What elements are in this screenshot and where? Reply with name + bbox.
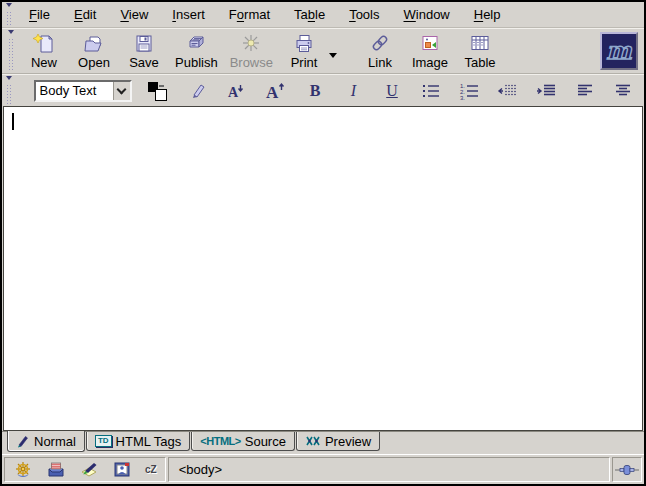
menubar-items: FileEditViewInsertFormatTableToolsWindow…: [17, 5, 513, 24]
td-tag-icon: TD: [95, 435, 112, 447]
grippy-collapse-icon: [6, 76, 12, 83]
menu-format[interactable]: Format: [221, 5, 278, 24]
component-bar: cZ: [4, 457, 166, 482]
menu-window[interactable]: Window: [396, 5, 458, 24]
text-caret: [12, 113, 14, 130]
menubar-grippy[interactable]: [4, 2, 14, 27]
save-button[interactable]: Save: [119, 32, 169, 71]
menu-insert[interactable]: Insert: [164, 5, 213, 24]
svg-text:3.: 3.: [460, 95, 465, 100]
svg-text:A: A: [228, 85, 239, 100]
html-source-icon: <HTML>: [200, 435, 240, 447]
element-path-panel[interactable]: <body>: [168, 457, 610, 482]
increase-font-size-button[interactable]: A: [264, 79, 288, 103]
open-folder-icon: [81, 33, 107, 55]
menu-view[interactable]: View: [112, 5, 156, 24]
browse-button-label: Browse: [230, 55, 273, 70]
mozilla-logo-button[interactable]: m: [600, 32, 638, 70]
link-icon: [367, 33, 393, 55]
decrease-font-size-button[interactable]: A: [225, 79, 247, 103]
chatzilla-icon[interactable]: cZ: [145, 464, 157, 475]
menu-help[interactable]: Help: [466, 5, 509, 24]
text-color-picker[interactable]: [148, 81, 170, 101]
menu-table[interactable]: Table: [286, 5, 333, 24]
paragraph-style-dropdown-button[interactable]: [113, 82, 130, 100]
color-picker-dash-icon: [159, 85, 164, 87]
menu-tools[interactable]: Tools: [341, 5, 387, 24]
link-button[interactable]: Link: [355, 32, 405, 71]
statusbar: cZ <body>: [2, 454, 644, 484]
publish-button[interactable]: Publish: [169, 32, 224, 71]
bulleted-list-icon: [420, 82, 442, 100]
image-button[interactable]: Image: [405, 32, 455, 71]
bold-button[interactable]: B: [304, 79, 326, 103]
menu-file[interactable]: File: [21, 5, 58, 24]
toolbar-grippy[interactable]: [6, 29, 16, 73]
chevron-down-icon: [117, 84, 127, 94]
new-page-icon: [31, 33, 57, 55]
tab-normal-label: Normal: [34, 434, 76, 449]
background-color-swatch[interactable]: [155, 89, 167, 101]
numbered-list-button[interactable]: 1.2.3.: [458, 79, 480, 103]
save-button-label: Save: [129, 55, 159, 70]
publish-icon: [183, 33, 209, 55]
align-left-icon: [575, 82, 595, 100]
online-status-panel[interactable]: [612, 457, 642, 482]
tab-source-label: Source: [245, 434, 286, 449]
grippy-dots-icon: [6, 84, 12, 105]
composer-icon[interactable]: [79, 461, 99, 478]
tab-normal[interactable]: Normal: [7, 431, 85, 452]
italic-button[interactable]: I: [343, 79, 365, 103]
open-button-label: Open: [78, 55, 110, 70]
menu-edit[interactable]: Edit: [66, 5, 104, 24]
save-floppy-icon: [131, 33, 157, 55]
address-book-icon[interactable]: [112, 461, 132, 478]
editor-content-area[interactable]: [3, 106, 643, 431]
mail-icon[interactable]: [46, 461, 66, 478]
element-path-text: <body>: [179, 462, 222, 477]
underline-button[interactable]: U: [381, 79, 403, 103]
publish-button-label: Publish: [175, 55, 218, 70]
grippy-collapse-icon: [8, 30, 14, 37]
edit-mode-tabstrip: Normal TD HTML Tags <HTML> Source Previe…: [2, 431, 644, 454]
highlight-color-button[interactable]: [187, 79, 209, 103]
table-icon: [467, 33, 493, 55]
grippy-dots-icon: [6, 11, 12, 26]
align-center-icon: [613, 82, 633, 100]
link-button-label: Link: [368, 55, 392, 70]
preview-binoculars-icon: [305, 435, 321, 447]
composer-window: FileEditViewInsertFormatTableToolsWindow…: [0, 0, 646, 486]
indent-icon: [535, 82, 557, 100]
normal-pen-icon: [16, 434, 30, 448]
composition-toolbar: New Open Save: [2, 28, 644, 74]
align-left-button[interactable]: [574, 79, 596, 103]
open-button[interactable]: Open: [69, 32, 119, 71]
table-button-label: Table: [464, 55, 495, 70]
print-icon: [291, 33, 317, 55]
tab-html-tags[interactable]: TD HTML Tags: [86, 432, 190, 451]
tab-source[interactable]: <HTML> Source: [191, 432, 295, 451]
new-button-label: New: [31, 55, 57, 70]
print-button-label: Print: [291, 55, 318, 70]
indent-button[interactable]: [535, 79, 557, 103]
formatbar-grippy[interactable]: [4, 75, 14, 106]
outdent-button[interactable]: [497, 79, 519, 103]
tab-preview[interactable]: Preview: [296, 432, 380, 451]
navigator-icon[interactable]: [13, 461, 33, 478]
paragraph-style-value: Body Text: [36, 82, 113, 100]
paragraph-style-select[interactable]: Body Text: [34, 80, 132, 102]
online-plug-icon: [615, 463, 639, 477]
grippy-dots-icon: [8, 38, 14, 72]
new-button[interactable]: New: [19, 32, 69, 71]
print-button[interactable]: Print: [279, 32, 329, 71]
browse-icon: [238, 33, 264, 55]
align-center-button[interactable]: [612, 79, 634, 103]
menubar: FileEditViewInsertFormatTableToolsWindow…: [2, 2, 644, 28]
image-button-label: Image: [412, 55, 448, 70]
browse-button[interactable]: Browse: [224, 32, 279, 71]
print-dropdown-arrow-icon[interactable]: [329, 53, 337, 62]
table-button[interactable]: Table: [455, 32, 505, 71]
image-icon: [417, 33, 443, 55]
bulleted-list-button[interactable]: [420, 79, 442, 103]
tab-preview-label: Preview: [325, 434, 371, 449]
